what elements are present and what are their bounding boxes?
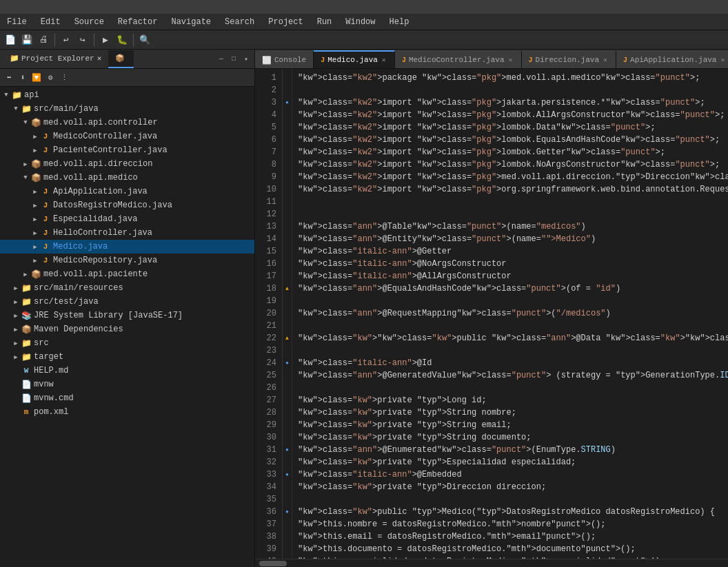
tree-item-18[interactable]: ▶📁src (0, 336, 254, 350)
gutter-line-36: ● (283, 506, 292, 518)
line-number-25: 25 (258, 369, 276, 382)
tree-item-15[interactable]: ▶📁src/test/java (0, 295, 254, 309)
line-number-35: 35 (258, 493, 276, 506)
tab-close-4[interactable]: ✕ (719, 55, 726, 65)
menu-item-project[interactable]: Project (261, 14, 310, 30)
code-line-15: "kw">class="italic-ann">@Getter (292, 245, 728, 258)
menu-bar: FileEditSourceRefactorNavigateSearchProj… (0, 14, 728, 30)
editor-tab-console[interactable]: ⬜Console (255, 50, 314, 68)
toolbar-btn-undo[interactable]: ↩ (59, 32, 74, 48)
more-btn[interactable]: ⋮ (58, 72, 70, 84)
collapse-all-btn[interactable]: ⬅ (3, 72, 15, 84)
tree-arrow-5: ▶ (21, 159, 30, 169)
toolbar-btn-debug[interactable]: 🐛 (114, 32, 130, 48)
tree-label-15: src/test/java (34, 297, 99, 307)
editor-tab-direccion-java[interactable]: JDireccion.java✕ (522, 50, 616, 68)
panel-tab-bar: 📁 Project Explorer ✕ 📦 — □ ▾ (0, 50, 254, 69)
tree-item-13[interactable]: ▶📦med.voll.api.paciente (0, 267, 254, 281)
tree-label-13: med.voll.api.paciente (43, 269, 148, 279)
tab-project-explorer[interactable]: 📁 Project Explorer ✕ (3, 50, 108, 68)
menu-item-source[interactable]: Source (68, 14, 111, 30)
tree-item-0[interactable]: ▼📁api (0, 88, 254, 102)
minimize-btn[interactable]: — (216, 54, 227, 65)
tree-item-23[interactable]: mpom.xml (0, 405, 254, 419)
tree-icon-0: 📁 (11, 90, 22, 101)
menu-item-window[interactable]: Window (338, 14, 382, 30)
maximize-btn[interactable]: □ (228, 54, 239, 65)
tree-item-19[interactable]: ▶📁target (0, 350, 254, 364)
tree-item-21[interactable]: 📄mvnw (0, 378, 254, 391)
horizontal-scrollbar[interactable] (255, 559, 728, 567)
tree-item-22[interactable]: 📄mvnw.cmd (0, 391, 254, 405)
tree-icon-4: J (40, 145, 51, 156)
menu-item-edit[interactable]: Edit (34, 14, 68, 30)
tab-close-3[interactable]: ✕ (602, 55, 609, 65)
tree-item-4[interactable]: ▶JPacienteController.java (0, 143, 254, 157)
tree-item-17[interactable]: ▶📦Maven Dependencies (0, 322, 254, 336)
gutter-line-3: ● (283, 96, 292, 109)
code-area[interactable]: "kw">class="kw2">package "kw">class="pkg… (292, 69, 728, 559)
tree-item-7[interactable]: ▶JApiApplication.java (0, 185, 254, 198)
gutter-line-30 (283, 431, 292, 444)
editor-tab-label-3: Direccion.java (536, 56, 599, 64)
gutter-line-20 (283, 307, 292, 320)
tab-close-1[interactable]: ✕ (381, 55, 387, 65)
tree-item-20[interactable]: WHELP.md (0, 364, 254, 378)
settings-btn[interactable]: ⚙ (44, 72, 57, 84)
tree-arrow-7: ▶ (30, 187, 40, 196)
tree-label-0: api (24, 90, 39, 100)
project-explorer-icon: 📁 (10, 54, 19, 63)
hscroll-thumb[interactable] (259, 561, 287, 566)
editor-tab-apiapplication-java[interactable]: JApiApplication.java✕ (616, 50, 728, 68)
tree-label-7: ApiApplication.java (53, 187, 148, 196)
tree-arrow-12: ▶ (30, 256, 40, 265)
toolbar-btn-save[interactable]: 💾 (19, 32, 34, 48)
code-line-6: "kw">class="kw2">import "kw">class="pkg"… (292, 134, 728, 146)
editor-tab-medicocontroller-java[interactable]: JMedicoController.java✕ (395, 50, 522, 68)
tree-item-3[interactable]: ▶JMedicoController.java (0, 130, 254, 143)
tree-item-16[interactable]: ▶📚JRE System Library [JavaSE-17] (0, 309, 254, 322)
project-explorer-label: Project Explorer (21, 54, 94, 63)
tree-item-1[interactable]: ▼📁src/main/java (0, 102, 254, 116)
filter-btn[interactable]: 🔽 (30, 72, 43, 84)
toolbar-btn-run[interactable]: ▶ (98, 32, 113, 48)
menu-item-navigate[interactable]: Navigate (164, 14, 218, 30)
tree-item-11[interactable]: ▶JMedico.java (0, 240, 254, 254)
tab-package-explorer[interactable]: 📦 (108, 50, 134, 68)
menu-item-search[interactable]: Search (218, 14, 261, 30)
file-tree[interactable]: ▼📁api▼📁src/main/java▼📦med.voll.api.contr… (0, 87, 254, 567)
tree-item-2[interactable]: ▼📦med.voll.api.controller (0, 116, 254, 130)
tree-item-14[interactable]: ▶📁src/main/resources (0, 281, 254, 295)
code-line-14: "kw">class="ann">@Entity"kw">class="punc… (292, 233, 728, 245)
tree-item-12[interactable]: ▶JMedicoRepository.java (0, 254, 254, 267)
editor-tab-medico-java[interactable]: JMedico.java✕ (314, 50, 395, 68)
toolbar-btn-redo[interactable]: ↪ (75, 32, 90, 48)
code-line-27: "kw">class="kw">private "typ">Long id; (292, 394, 728, 406)
gutter-line-16 (283, 258, 292, 270)
right-panel: ⬜ConsoleJMedico.java✕JMedicoController.j… (255, 50, 728, 567)
line-number-10: 10 (258, 183, 276, 196)
tree-item-8[interactable]: ▶JDatosRegistroMedico.java (0, 198, 254, 212)
menu-item-file[interactable]: File (0, 14, 34, 30)
tree-icon-19: 📁 (21, 351, 32, 362)
gutter-line-17 (283, 270, 292, 282)
tree-item-5[interactable]: ▶📦med.voll.api.direccion (0, 157, 254, 171)
code-line-23 (292, 344, 728, 357)
gutter-line-13 (283, 220, 292, 233)
toolbar-btn-new[interactable]: 📄 (3, 32, 18, 48)
toolbar-btn-print[interactable]: 🖨 (36, 32, 51, 48)
menu-item-help[interactable]: Help (383, 14, 416, 30)
tree-item-9[interactable]: ▶JEspecialidad.java (0, 212, 254, 226)
menu-item-run[interactable]: Run (310, 14, 339, 30)
tab-close-2[interactable]: ✕ (507, 55, 514, 65)
expand-btn[interactable]: ⬇ (17, 72, 29, 84)
tree-label-2: med.voll.api.controller (43, 118, 158, 127)
toolbar-btn-search[interactable]: 🔍 (137, 32, 152, 48)
panel-menu-btn[interactable]: ▾ (241, 54, 252, 65)
tree-item-10[interactable]: ▶JHelloController.java (0, 226, 254, 240)
menu-item-refactor[interactable]: Refactor (111, 14, 165, 30)
gutter-line-22: ▲ (283, 332, 292, 344)
tree-item-6[interactable]: ▼📦med.voll.api.medico (0, 171, 254, 185)
project-explorer-close[interactable]: ✕ (97, 54, 102, 63)
tree-label-19: target (34, 352, 63, 362)
